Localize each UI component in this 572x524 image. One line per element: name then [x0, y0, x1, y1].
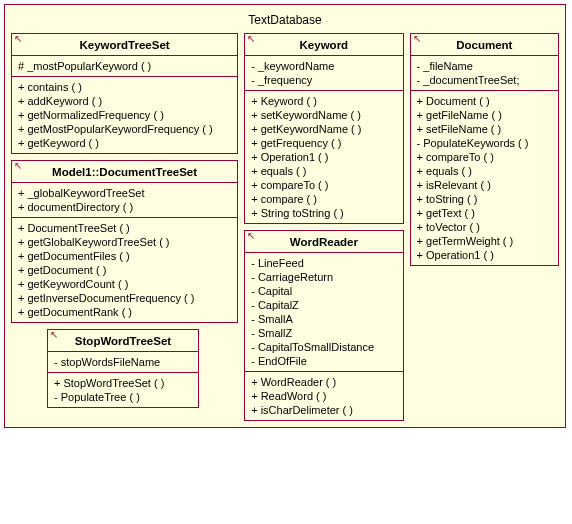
class-title: Keyword	[245, 34, 402, 56]
operation: + toVector ( )	[417, 220, 552, 234]
attributes-section: - _keywordName - _frequency	[245, 56, 402, 91]
operation: + equals ( )	[417, 164, 552, 178]
operation: + equals ( )	[251, 164, 396, 178]
class-title: StopWordTreeSet	[48, 330, 198, 352]
attribute: - _keywordName	[251, 59, 396, 73]
class-title: Document	[411, 34, 558, 56]
operation: + getDocumentRank ( )	[18, 305, 231, 319]
operation: + getTermWeight ( )	[417, 234, 552, 248]
operation: + Operation1 ( )	[251, 150, 396, 164]
operation: + Keyword ( )	[251, 94, 396, 108]
class-title: Model1::DocumentTreeSet	[12, 161, 237, 183]
operation: + getDocument ( )	[18, 263, 231, 277]
operation: + ReadWord ( )	[251, 389, 396, 403]
operation: + getKeywordCount ( )	[18, 277, 231, 291]
column-middle: ↖ Keyword - _keywordName - _frequency + …	[244, 33, 403, 421]
operation: + getMostPopularKeywordFrequency ( )	[18, 122, 231, 136]
attribute: + _globalKeywordTreeSet	[18, 186, 231, 200]
attribute: - SmallA	[251, 312, 396, 326]
operation: + getText ( )	[417, 206, 552, 220]
operation: + toString ( )	[417, 192, 552, 206]
class-wordreader[interactable]: ↖ WordReader - LineFeed - CarriageReturn…	[244, 230, 403, 421]
operation: + isRelevant ( )	[417, 178, 552, 192]
operation: + getDocumentFiles ( )	[18, 249, 231, 263]
attribute: - Capital	[251, 284, 396, 298]
attribute: - LineFeed	[251, 256, 396, 270]
class-stopwordtreeset[interactable]: ↖ StopWordTreeSet - stopWordsFileName + …	[47, 329, 199, 408]
operation: + WordReader ( )	[251, 375, 396, 389]
operation: - PopulateTree ( )	[54, 390, 192, 404]
class-keywordtreeset[interactable]: ↖ KeywordTreeSet # _mostPopularKeyword (…	[11, 33, 238, 154]
operations-section: + StopWordTreeSet ( ) - PopulateTree ( )	[48, 373, 198, 407]
operations-section: + contains ( ) + addKeyword ( ) + getNor…	[12, 77, 237, 153]
class-keyword[interactable]: ↖ Keyword - _keywordName - _frequency + …	[244, 33, 403, 224]
operation: + String toString ( )	[251, 206, 396, 220]
operation: + Operation1 ( )	[417, 248, 552, 262]
operation: + setFileName ( )	[417, 122, 552, 136]
package-title: TextDatabase	[11, 13, 559, 27]
class-document[interactable]: ↖ Document - _fileName - _documentTreeSe…	[410, 33, 559, 266]
attributes-section: - stopWordsFileName	[48, 352, 198, 373]
attribute: + documentDirectory ( )	[18, 200, 231, 214]
attribute: # _mostPopularKeyword ( )	[18, 59, 231, 73]
operation: + getNormalizedFrequency ( )	[18, 108, 231, 122]
attributes-section: + _globalKeywordTreeSet + documentDirect…	[12, 183, 237, 218]
operation: + isCharDelimeter ( )	[251, 403, 396, 417]
attribute: - CapitalToSmallDistance	[251, 340, 396, 354]
operation: + getFileName ( )	[417, 108, 552, 122]
operation: + getFrequency ( )	[251, 136, 396, 150]
operation: + compare ( )	[251, 192, 396, 206]
operation: + compareTo ( )	[417, 150, 552, 164]
class-title: WordReader	[245, 231, 402, 253]
attributes-section: # _mostPopularKeyword ( )	[12, 56, 237, 77]
class-documenttreeset[interactable]: ↖ Model1::DocumentTreeSet + _globalKeywo…	[11, 160, 238, 323]
operation: + getKeywordName ( )	[251, 122, 396, 136]
operation: + getKeyword ( )	[18, 136, 231, 150]
column-right: ↖ Document - _fileName - _documentTreeSe…	[410, 33, 559, 266]
attributes-section: - LineFeed - CarriageReturn - Capital - …	[245, 253, 402, 372]
operations-section: + Keyword ( ) + setKeywordName ( ) + get…	[245, 91, 402, 223]
operations-section: + DocumentTreeSet ( ) + getGlobalKeyword…	[12, 218, 237, 322]
operation: - PopulateKeywords ( )	[417, 136, 552, 150]
operation: + StopWordTreeSet ( )	[54, 376, 192, 390]
operations-section: + WordReader ( ) + ReadWord ( ) + isChar…	[245, 372, 402, 420]
attribute: - CarriageReturn	[251, 270, 396, 284]
operation: + DocumentTreeSet ( )	[18, 221, 231, 235]
operation: + addKeyword ( )	[18, 94, 231, 108]
class-title: KeywordTreeSet	[12, 34, 237, 56]
operations-section: + Document ( ) + getFileName ( ) + setFi…	[411, 91, 558, 265]
attribute: - EndOfFile	[251, 354, 396, 368]
attribute: - CapitalZ	[251, 298, 396, 312]
attributes-section: - _fileName - _documentTreeSet;	[411, 56, 558, 91]
columns: ↖ KeywordTreeSet # _mostPopularKeyword (…	[11, 33, 559, 421]
attribute: - _fileName	[417, 59, 552, 73]
operation: + setKeywordName ( )	[251, 108, 396, 122]
uml-package-textdatabase: TextDatabase ↖ KeywordTreeSet # _mostPop…	[4, 4, 566, 428]
operation: + getInverseDocumentFrequency ( )	[18, 291, 231, 305]
attribute: - _documentTreeSet;	[417, 73, 552, 87]
operation: + getGlobalKeywordTreeSet ( )	[18, 235, 231, 249]
operation: + contains ( )	[18, 80, 231, 94]
attribute: - _frequency	[251, 73, 396, 87]
attribute: - stopWordsFileName	[54, 355, 192, 369]
operation: + compareTo ( )	[251, 178, 396, 192]
column-left: ↖ KeywordTreeSet # _mostPopularKeyword (…	[11, 33, 238, 408]
operation: + Document ( )	[417, 94, 552, 108]
attribute: - SmallZ	[251, 326, 396, 340]
